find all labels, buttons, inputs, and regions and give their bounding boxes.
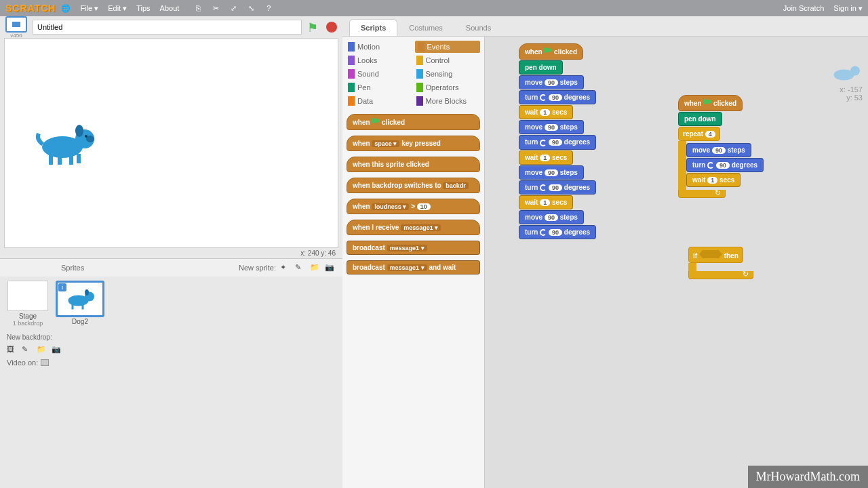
svg-rect-12 xyxy=(72,304,74,310)
block-repeat[interactable]: repeat 4 xyxy=(678,127,720,141)
category-looks[interactable]: Looks xyxy=(347,54,412,66)
block-when-sprite-clicked[interactable]: when this sprite clicked xyxy=(347,157,480,172)
block-turn[interactable]: turn 90 degrees xyxy=(519,90,596,104)
new-sprite-label: New sprite: xyxy=(239,264,276,272)
block-when-i-receive[interactable]: when I receive message1 ▾ xyxy=(347,220,480,235)
stage-thumbnail[interactable]: Stage 1 backdrop xyxy=(4,281,52,327)
new-backdrop-label: New backdrop: xyxy=(0,331,342,344)
menu-edit[interactable]: Edit ▾ xyxy=(108,4,127,13)
category-operators[interactable]: Operators xyxy=(415,81,481,94)
block-move[interactable]: move 90 steps xyxy=(519,165,584,180)
category-sound[interactable]: Sound xyxy=(347,68,412,80)
green-flag-icon[interactable]: ⚑ xyxy=(307,20,321,34)
help-icon[interactable]: ? xyxy=(263,3,274,14)
globe-icon[interactable]: 🌐 xyxy=(61,4,71,13)
video-toggle[interactable] xyxy=(41,359,49,366)
block-move[interactable]: move 90 steps xyxy=(686,143,751,157)
category-motion[interactable]: Motion xyxy=(347,41,412,53)
backdrop-library-icon[interactable]: 🖼 xyxy=(7,345,18,354)
svg-point-11 xyxy=(85,289,89,296)
project-title-input[interactable] xyxy=(33,20,302,35)
block-turn[interactable]: turn 90 degrees xyxy=(519,180,596,195)
block-move[interactable]: move 90 steps xyxy=(519,75,584,89)
video-on-label: Video on: xyxy=(7,359,38,367)
upload-icon[interactable]: 📁 xyxy=(310,263,321,272)
block-if-then[interactable]: if then xyxy=(688,247,753,279)
block-when-key-pressed[interactable]: when space ▾ key pressed xyxy=(347,136,480,151)
category-control[interactable]: Control xyxy=(415,54,481,66)
script-stack-2[interactable]: when clicked pen down repeat 4 move 90 s… xyxy=(678,95,764,198)
block-turn[interactable]: turn 90 degrees xyxy=(686,158,764,172)
backdrop-upload-icon[interactable]: 📁 xyxy=(37,345,47,354)
backdrop-camera-icon[interactable]: 📷 xyxy=(52,345,62,354)
block-wait[interactable]: wait 1 secs xyxy=(519,105,573,119)
block-move[interactable]: move 90 steps xyxy=(519,210,584,224)
block-wait[interactable]: wait 1 secs xyxy=(519,150,573,165)
svg-point-4 xyxy=(75,125,83,137)
category-sensing[interactable]: Sensing xyxy=(415,68,481,80)
paint-icon[interactable]: ✎ xyxy=(295,263,306,272)
signin-link[interactable]: Sign in ▾ xyxy=(833,4,863,13)
category-more-blocks[interactable]: More Blocks xyxy=(415,95,481,107)
menu-tips[interactable]: Tips xyxy=(136,4,150,12)
library-icon[interactable]: ✦ xyxy=(280,263,291,272)
category-data[interactable]: Data xyxy=(347,95,412,107)
block-move[interactable]: move 90 steps xyxy=(519,120,584,134)
block-broadcast[interactable]: broadcast message1 ▾ xyxy=(347,241,480,255)
category-pen[interactable]: Pen xyxy=(347,81,412,94)
script-stack-1[interactable]: when clickedpen downmove 90 stepsturn 90… xyxy=(519,43,596,240)
svg-point-3 xyxy=(85,135,87,138)
block-hat[interactable]: when clicked xyxy=(678,95,743,111)
svg-rect-5 xyxy=(49,154,53,165)
block-repeat-end[interactable] xyxy=(678,190,726,198)
sprites-label: Sprites xyxy=(61,264,84,272)
block-pen-down[interactable]: pen down xyxy=(678,112,722,126)
sprite-thumbnail-dog2[interactable]: i Dog2 xyxy=(56,281,104,327)
grow-icon[interactable]: ⤢ xyxy=(228,3,239,14)
watermark: MrHowardMath.com xyxy=(748,466,868,488)
block-hat[interactable]: when clicked xyxy=(519,43,583,60)
editor-tabs: Scripts Costumes Sounds xyxy=(342,16,868,37)
block-palette: MotionEventsLooksControlSoundSensingPenO… xyxy=(342,37,485,488)
stage-area[interactable] xyxy=(4,38,338,248)
block-when-flag-clicked[interactable]: when clicked xyxy=(347,114,480,130)
block-broadcast-wait[interactable]: broadcast message1 ▾ and wait xyxy=(347,260,480,274)
delete-icon[interactable]: ✂ xyxy=(210,3,221,14)
menu-bar: SCRATCH 🌐 File ▾ Edit ▾ Tips About ⎘ ✂ ⤢… xyxy=(0,0,868,16)
backdrop-paint-icon[interactable]: ✎ xyxy=(22,345,33,354)
svg-point-15 xyxy=(850,66,860,76)
block-when-backdrop-switches[interactable]: when backdrop switches to backdr xyxy=(347,178,480,193)
join-link[interactable]: Join Scratch xyxy=(783,4,825,12)
block-turn[interactable]: turn 90 degrees xyxy=(519,225,596,239)
menu-file[interactable]: File ▾ xyxy=(80,4,98,13)
svg-rect-6 xyxy=(58,154,62,165)
svg-rect-7 xyxy=(69,154,73,165)
block-pen-down[interactable]: pen down xyxy=(519,60,563,75)
tab-sounds[interactable]: Sounds xyxy=(454,19,502,36)
shrink-icon[interactable]: ⤡ xyxy=(245,3,256,14)
mouse-coords: x: 240 y: 46 xyxy=(0,248,342,258)
block-wait[interactable]: wait 1 secs xyxy=(519,195,573,209)
svg-rect-8 xyxy=(77,154,81,163)
duplicate-icon[interactable]: ⎘ xyxy=(193,3,203,14)
menu-about[interactable]: About xyxy=(160,4,180,12)
fullscreen-icon[interactable] xyxy=(5,16,27,33)
scratch-logo[interactable]: SCRATCH xyxy=(5,3,56,14)
stop-icon[interactable] xyxy=(326,22,337,33)
tab-scripts[interactable]: Scripts xyxy=(349,19,397,36)
svg-rect-13 xyxy=(82,304,84,310)
tab-costumes[interactable]: Costumes xyxy=(397,19,454,36)
block-wait[interactable]: wait 1 secs xyxy=(686,173,741,187)
camera-icon[interactable]: 📷 xyxy=(325,263,336,272)
script-area[interactable]: x: -157 y: 53 when clickedpen downmove 9… xyxy=(485,37,868,488)
block-turn[interactable]: turn 90 degrees xyxy=(519,135,596,149)
sprite-info-panel: x: -157 y: 53 xyxy=(829,61,863,102)
sprite-info-icon[interactable]: i xyxy=(58,283,66,291)
sprite-on-stage[interactable] xyxy=(32,120,100,167)
block-when-loudness[interactable]: when loudness ▾ > 10 xyxy=(347,199,480,214)
category-events[interactable]: Events xyxy=(415,41,481,53)
